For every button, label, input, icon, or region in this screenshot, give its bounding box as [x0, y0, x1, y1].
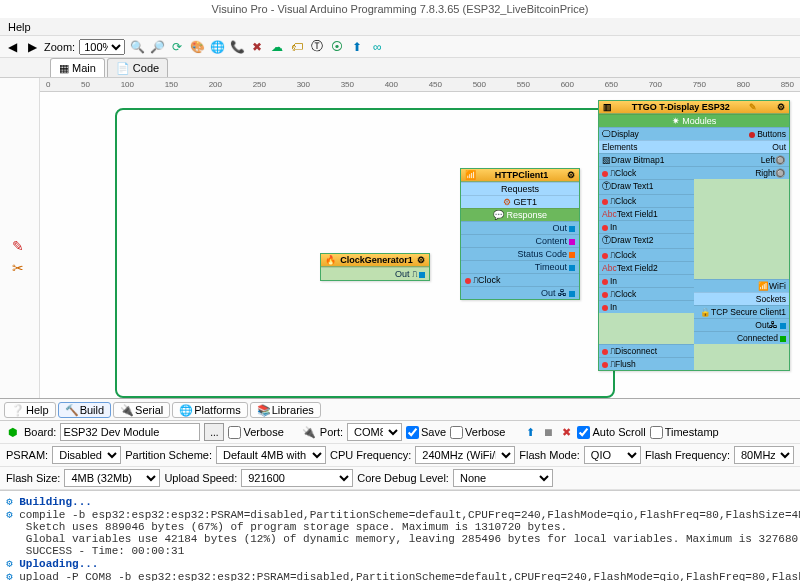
flashmode-select[interactable]: QIO: [584, 446, 641, 464]
nav-back-icon[interactable]: ◀: [4, 39, 20, 55]
board-input[interactable]: [60, 423, 200, 441]
menu-help[interactable]: Help: [4, 21, 35, 33]
clock-out-port[interactable]: Out ⎍: [321, 267, 429, 280]
net-icon: 🖧: [769, 320, 778, 330]
ttgo-clock2[interactable]: ⎍Clock: [599, 194, 694, 207]
http-content[interactable]: Content: [461, 234, 579, 247]
cpufreq-label: CPU Frequency:: [330, 449, 411, 461]
build-row-2: PSRAM: Disabled Partition Scheme: Defaul…: [0, 444, 800, 467]
ttgo-sockets: Sockets: [694, 292, 789, 305]
ttgo-textfield2[interactable]: AbcText Field2: [599, 261, 694, 274]
ttgo-clock3[interactable]: ⎍Clock: [599, 248, 694, 261]
chip-icon: ▥: [603, 102, 612, 112]
ttgo-left-btn[interactable]: Left🔘: [694, 153, 789, 166]
partition-label: Partition Scheme:: [125, 449, 212, 461]
ttgo-in3[interactable]: In: [599, 300, 694, 313]
tag-icon[interactable]: 🏷: [289, 39, 305, 55]
timestamp-check[interactable]: Timestamp: [650, 426, 719, 439]
cancel-icon[interactable]: ✖: [249, 39, 265, 55]
arduino-icon[interactable]: ∞: [369, 39, 385, 55]
gear-icon: ⚙: [6, 571, 19, 581]
ttgo-clock4[interactable]: ⎍Clock: [599, 287, 694, 300]
port-select[interactable]: COM8 (L: [347, 423, 402, 441]
http-out2[interactable]: Out 🖧: [461, 286, 579, 299]
port-icon: 🔌: [302, 425, 316, 439]
ttgo-drawtext1[interactable]: ⓉDraw Text1: [599, 179, 694, 194]
psram-select[interactable]: Disabled: [52, 446, 121, 464]
http-clock-in[interactable]: ⎍Clock: [461, 273, 579, 286]
window-title: Visuino Pro - Visual Arduino Programming…: [0, 0, 800, 18]
refresh-icon[interactable]: ⟳: [169, 39, 185, 55]
ttgo-display[interactable]: 🖵Display: [599, 127, 694, 140]
phone-icon[interactable]: 📞: [229, 39, 245, 55]
ttgo-buttons[interactable]: Buttons: [694, 127, 789, 140]
zoom-select[interactable]: 100%: [79, 39, 125, 55]
flashsize-select[interactable]: 4MB (32Mb): [64, 469, 160, 487]
ttgo-disconnect[interactable]: ⎍Disconnect: [599, 344, 694, 357]
text-icon[interactable]: Ⓣ: [309, 39, 325, 55]
upload-icon[interactable]: ⬆: [349, 39, 365, 55]
cpufreq-select[interactable]: 240MHz (WiFi/BT): [415, 446, 515, 464]
http-timeout[interactable]: Timeout: [461, 260, 579, 273]
http-out[interactable]: Out: [461, 221, 579, 234]
ttgo-wifi[interactable]: 📶WiFi: [694, 279, 789, 292]
http-get[interactable]: ⚙ GET1: [461, 195, 579, 208]
gear-icon[interactable]: ⚙: [567, 170, 575, 180]
verbose1-check[interactable]: Verbose: [228, 426, 283, 439]
design-canvas[interactable]: 0501001502002503003504004505005506006507…: [40, 78, 800, 398]
ttgo-tcp[interactable]: 🔒TCP Secure Client1: [694, 305, 789, 318]
ttgo-flush[interactable]: ⎍Flush: [599, 357, 694, 370]
btab-build[interactable]: 🔨Build: [58, 402, 111, 418]
uploadspeed-select[interactable]: 921600: [241, 469, 353, 487]
verbose2-check[interactable]: Verbose: [450, 426, 505, 439]
tab-main[interactable]: ▦Main: [50, 58, 105, 77]
button-icon: 🔘: [775, 168, 786, 178]
gear-icon[interactable]: ⚙: [417, 255, 425, 265]
globe-icon[interactable]: 🌐: [209, 39, 225, 55]
ttgo-right-btn[interactable]: Right🔘: [694, 166, 789, 179]
tab-code[interactable]: 📄Code: [107, 58, 168, 77]
clear-icon[interactable]: ✖: [559, 425, 573, 439]
flashfreq-select[interactable]: 80MHz: [734, 446, 794, 464]
upload-icon[interactable]: ⬆: [523, 425, 537, 439]
nav-fwd-icon[interactable]: ▶: [24, 39, 40, 55]
ttgo-in1[interactable]: In: [599, 220, 694, 233]
node-ttgo-esp32[interactable]: ▥TTGO T-Display ESP32✎⚙ ✷ Modules 🖵Displ…: [598, 100, 790, 371]
node-clockgenerator[interactable]: 🔥ClockGenerator1⚙ Out ⎍: [320, 253, 430, 281]
console-line: Global variables use 42184 bytes (12%) o…: [26, 533, 800, 545]
zoom-in-icon[interactable]: 🔍: [129, 39, 145, 55]
btab-serial[interactable]: 🔌Serial: [113, 402, 170, 418]
ttgo-in2[interactable]: In: [599, 274, 694, 287]
ttgo-connected[interactable]: Connected: [694, 331, 789, 344]
ttgo-textfield1[interactable]: AbcText Field1: [599, 207, 694, 220]
board-browse-button[interactable]: ...: [204, 423, 224, 441]
btab-libraries[interactable]: 📚Libraries: [250, 402, 321, 418]
ttgo-tcp-out[interactable]: Out🖧: [694, 318, 789, 331]
ttgo-clock1[interactable]: ⎍Clock: [599, 166, 694, 179]
pencil-icon[interactable]: ✎: [749, 102, 757, 112]
partition-select[interactable]: Default 4MB with spiff:: [216, 446, 326, 464]
cloud-icon[interactable]: ☁: [269, 39, 285, 55]
zoom-out-icon[interactable]: 🔎: [149, 39, 165, 55]
ttgo-drawbitmap[interactable]: ▧Draw Bitmap1: [599, 153, 694, 166]
console-line: Sketch uses 889046 bytes (67%) of progra…: [26, 521, 567, 533]
hammer-icon: 🔨: [65, 404, 77, 416]
ttgo-drawtext2[interactable]: ⓉDraw Text2: [599, 233, 694, 248]
chip-icon[interactable]: ⦿: [329, 39, 345, 55]
text-icon: Ⓣ: [602, 235, 611, 245]
btab-help[interactable]: ❔Help: [4, 402, 56, 418]
board-label: Board:: [24, 426, 56, 438]
save-check[interactable]: Save: [406, 426, 446, 439]
gear-icon[interactable]: ⚙: [777, 102, 785, 112]
net-icon: 🖧: [558, 288, 567, 298]
palette-icon[interactable]: 🎨: [189, 39, 205, 55]
btab-platforms[interactable]: 🌐Platforms: [172, 402, 247, 418]
tool-cut-icon[interactable]: ✂: [12, 260, 28, 276]
debuglevel-select[interactable]: None: [453, 469, 553, 487]
ruler-horizontal: 0501001502002503003504004505005506006507…: [40, 78, 800, 92]
autoscroll-check[interactable]: Auto Scroll: [577, 426, 645, 439]
node-httpclient[interactable]: 📶HTTPClient1⚙ Requests ⚙ GET1 💬 Response…: [460, 168, 580, 300]
stop-icon[interactable]: ⏹: [541, 425, 555, 439]
http-status[interactable]: Status Code: [461, 247, 579, 260]
tool-pencil-icon[interactable]: ✎: [12, 238, 28, 254]
